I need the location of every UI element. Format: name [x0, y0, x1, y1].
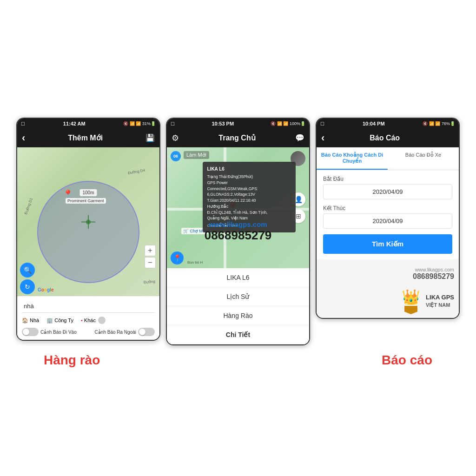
- phone2-map-area: 06 Làm Mới 📍 LIKA L6 Trạng Thái:Đứng(35P…: [167, 147, 309, 268]
- popup-line1: Trạng Thái:Đứng(35Phút): [207, 174, 291, 180]
- map-zoom-controls: + −: [145, 245, 156, 268]
- phone2-wrap: ☐ 10:53 PM 🔇 📶 📶 100%🔋 ⚙ Trang Chủ 💬: [166, 118, 310, 345]
- phone1-nav-title: Thêm Mới: [25, 133, 145, 142]
- phone2-menu-list: LIKA L6 Lịch Sử Hàng Rào Chi Tiết: [167, 268, 309, 344]
- phone3-screen-body: Báo Cáo Khoảng Cách Di Chuyển Báo Cáo Đỗ…: [317, 147, 459, 318]
- phone3-nav-title: Báo Cáo: [324, 134, 445, 142]
- phone1-status-left: ☐: [21, 121, 25, 126]
- bottom-label-spacer: [169, 353, 313, 368]
- popup-title: LIKA L6: [207, 165, 291, 172]
- tab-parking[interactable]: Báo Cáo Đỗ Xe: [388, 147, 459, 170]
- popup-line3: Connected,GSM:Weak,GPS:: [207, 186, 291, 192]
- other-icon: •: [81, 317, 83, 323]
- device-number-badge: 06: [171, 151, 181, 161]
- phone1-save-icon[interactable]: 💾: [145, 133, 155, 142]
- phone2-settings-icon[interactable]: ⚙: [172, 133, 179, 143]
- phone1-nav-bar: ‹ Thêm Mới 💾: [17, 129, 159, 147]
- other-label: Khác: [84, 317, 96, 323]
- map-location-btn[interactable]: 📍: [171, 251, 184, 264]
- icon-home[interactable]: 🏠 Nhà: [22, 317, 39, 324]
- end-label: Kết Thúc: [323, 205, 452, 212]
- map-zoom-out-btn[interactable]: −: [145, 257, 156, 268]
- tab-distance[interactable]: Báo Cáo Khoảng Cách Di Chuyển: [317, 147, 388, 170]
- phone1-status-bar: ☐ 11:42 AM 🔇 📶 📶 31%🔋: [17, 119, 159, 129]
- phone3-back-icon[interactable]: ‹: [321, 132, 324, 144]
- toggle-exit-alert[interactable]: [138, 328, 155, 336]
- phone1-wrap: ☐ 11:42 AM 🔇 📶 📶 31%🔋 ‹ Thêm Mới 💾 Đường…: [16, 118, 160, 341]
- start-label: Bắt Đầu: [323, 176, 452, 182]
- popup-line8: Quảng Ngãi, Việt Nam: [207, 215, 291, 221]
- logo-name: LIKA GPS: [426, 294, 454, 302]
- crown-icon: 👑: [402, 288, 420, 306]
- phone3-time: 10:04 PM: [363, 121, 385, 126]
- road-label-d3: Đường: [144, 279, 155, 284]
- home-icon: 🏠: [22, 317, 28, 324]
- search-button[interactable]: Tìm Kiếm: [323, 234, 452, 254]
- popup-line5: T.Gian:2020/04/11 22:16:40: [207, 198, 291, 204]
- popup-line4: 6,GLONASS:2,Voltage:13V: [207, 192, 291, 198]
- road-label-d4: Đường D4: [128, 168, 145, 175]
- map-location-label: Prominent Garment: [66, 198, 106, 204]
- phone2-status-icons: 🔇 📶 📶 100%🔋: [271, 121, 305, 126]
- map-popup: LIKA L6 Trạng Thái:Đứng(35Phút) GPS Powe…: [203, 162, 296, 232]
- map-zoom-in-btn[interactable]: +: [145, 245, 156, 256]
- menu-item-lika[interactable]: LIKA L6: [167, 268, 309, 287]
- phone1-screen-body: Đường D1 Đường D4 Đường 100m: [17, 147, 159, 340]
- phone2-chat-icon[interactable]: 💬: [295, 133, 304, 142]
- end-date-box[interactable]: 2020/04/09: [323, 213, 452, 229]
- popup-line7: Đ.Chỉ:QL24B, Tỉnh Hà, Sơn Tịnh,: [207, 210, 291, 216]
- phone2-time: 10:53 PM: [212, 121, 234, 126]
- report-form: Bắt Đầu 2020/04/09 Kết Thúc 2020/04/09 T…: [317, 170, 459, 259]
- bus-label: Bún bò H: [187, 260, 203, 264]
- menu-item-history[interactable]: Lịch Sử: [167, 287, 309, 306]
- company-label: Công Ty: [54, 317, 73, 323]
- phone3-status-left: ☐: [320, 121, 324, 126]
- phone2-screen-body: 06 Làm Mới 📍 LIKA L6 Trạng Thái:Đứng(35P…: [167, 147, 309, 344]
- phone3-frame: ☐ 10:04 PM 🔇 📶 📶 76%🔋 ‹ Báo Cáo Báo Cáo …: [316, 118, 460, 319]
- google-logo: Google: [38, 287, 53, 292]
- start-date-box[interactable]: 2020/04/09: [323, 184, 452, 199]
- phone2-nav-bar: ⚙ Trang Chủ 💬: [167, 129, 309, 147]
- phone2-frame: ☐ 10:53 PM 🔇 📶 📶 100%🔋 ⚙ Trang Chủ 💬: [166, 118, 310, 345]
- phone1-back-icon[interactable]: ‹: [22, 132, 25, 144]
- toggle-enter-label: Cảnh Báo Đi Vào: [40, 330, 77, 335]
- bottom-labels-row: Hàng rào Báo cáo: [0, 345, 476, 368]
- phone2-status-bar: ☐ 10:53 PM 🔇 📶 📶 100%🔋: [167, 119, 309, 129]
- main-container: ☐ 11:42 AM 🔇 📶 📶 31%🔋 ‹ Thêm Mới 💾 Đường…: [0, 0, 476, 476]
- map-search-btn[interactable]: 🔍: [20, 263, 35, 278]
- popup-line2: GPS Power: [207, 180, 291, 186]
- phone1-form: 🏠 Nhà 🏢 Công Ty • Khác: [17, 296, 159, 340]
- phone3-wrap: ☐ 10:04 PM 🔇 📶 📶 76%🔋 ‹ Báo Cáo Báo Cáo …: [316, 118, 460, 319]
- popup-line6: Hướng:Bắc: [207, 204, 291, 210]
- map-gps-btn[interactable]: ↻: [20, 279, 35, 294]
- phone3-watermark: www.likagps.com 0868985279: [317, 259, 459, 288]
- toggle-exit-label: Cảnh Báo Ra Ngoài: [95, 330, 136, 335]
- bottom-label-left: Hàng rào: [44, 353, 100, 368]
- other-indicator: [98, 317, 106, 324]
- phone2-nav-title: Trang Chủ: [179, 133, 295, 142]
- popup-click-more[interactable]: Click Để Tải Thêm: [207, 223, 291, 229]
- map-geofence-circle: [37, 181, 139, 283]
- phone3-status-bar: ☐ 10:04 PM 🔇 📶 📶 76%🔋: [317, 119, 459, 129]
- logo-area: 👑 LIKA GPS VIỆT NAM: [317, 288, 459, 318]
- menu-item-detail[interactable]: Chi Tiết: [167, 325, 309, 344]
- menu-item-geofence[interactable]: Hàng Rào: [167, 306, 309, 325]
- phone3-nav-bar: ‹ Báo Cáo: [317, 129, 459, 147]
- report-tabs: Báo Cáo Khoảng Cách Di Chuyển Báo Cáo Đỗ…: [317, 147, 459, 170]
- toggle-row1: Cảnh Báo Đi Vào Cảnh Báo Ra Ngoài: [22, 328, 155, 336]
- bottom-label-right: Báo cáo: [382, 353, 432, 368]
- device-name-label: Làm Mới: [184, 151, 209, 159]
- phone3-wm-url: www.likagps.com: [321, 267, 454, 272]
- phone3-wm-phone: 0868985279: [321, 272, 454, 281]
- geofence-name-input[interactable]: [22, 300, 155, 313]
- toggle-enter-alert[interactable]: [22, 328, 39, 336]
- phone3-status-icons: 🔇 📶 📶 76%🔋: [423, 121, 455, 126]
- icon-other[interactable]: • Khác: [81, 317, 106, 324]
- phone1-map-area: Đường D1 Đường D4 Đường 100m: [17, 147, 159, 296]
- phone1-time: 11:42 AM: [63, 121, 86, 126]
- svg-point-2: [86, 220, 91, 225]
- home-label: Nhà: [30, 317, 39, 323]
- phones-row: ☐ 11:42 AM 🔇 📶 📶 31%🔋 ‹ Thêm Mới 💾 Đường…: [12, 108, 464, 345]
- map-distance-label: 100m: [79, 189, 97, 196]
- icon-company[interactable]: 🏢 Công Ty: [46, 317, 73, 324]
